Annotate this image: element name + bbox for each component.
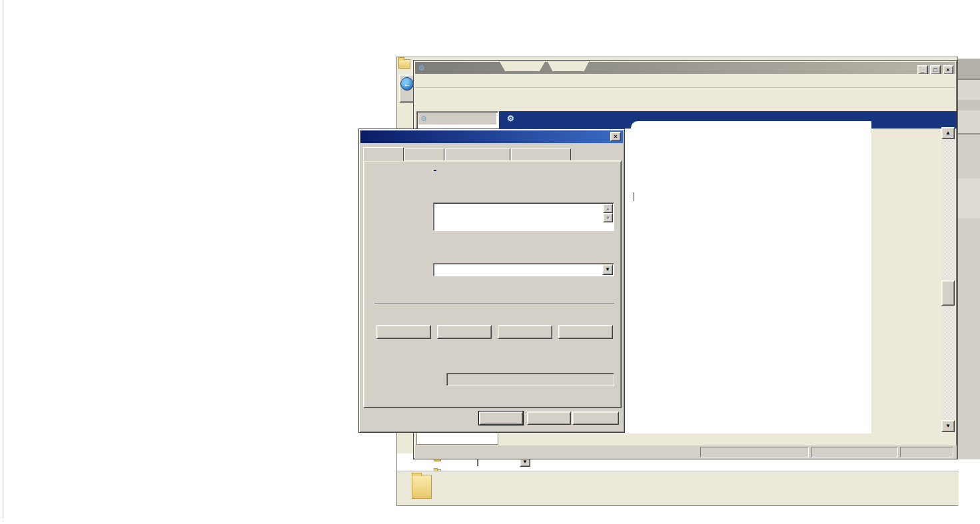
scrollbar-thumb[interactable] (941, 280, 955, 306)
dialog-title-bar[interactable]: × (360, 131, 623, 143)
uebernehmen-button[interactable] (572, 411, 619, 425)
services-gear-icon: ⚙ (507, 114, 514, 123)
menu-datei[interactable] (415, 75, 426, 81)
menu-ansicht[interactable] (440, 75, 451, 81)
toolbar (415, 88, 955, 106)
status-bar (415, 445, 957, 459)
divider (374, 303, 614, 304)
services-list[interactable]: ▲ ▼ (642, 127, 955, 425)
folder-icon (398, 59, 410, 69)
tab-panel: ▲ ▼ ▼ (363, 160, 622, 408)
close-icon[interactable]: × (943, 65, 953, 75)
tab-anmelden[interactable] (404, 148, 444, 160)
minimize-icon[interactable]: _ (917, 65, 928, 75)
list-body (642, 139, 940, 432)
text-cursor (634, 192, 634, 201)
properties-dialog[interactable]: × ▲ ▼ ▼ (358, 129, 625, 433)
close-icon[interactable]: × (610, 132, 621, 141)
tree-item-dienste-lokal[interactable]: ⚙ (418, 113, 496, 125)
scroll-up-icon[interactable]: ▲ (603, 204, 613, 213)
tab-abhaengigkeiten[interactable] (511, 148, 571, 160)
details-pane (397, 472, 959, 505)
beschreibung-box[interactable]: ▲ ▼ (433, 202, 614, 231)
menu-bar (415, 74, 955, 88)
folder-icon (412, 475, 432, 499)
back-icon: ← (400, 77, 414, 91)
ok-button[interactable] (479, 411, 523, 425)
maximize-icon[interactable]: □ (930, 65, 941, 75)
menu-hilfe[interactable] (453, 75, 464, 81)
fold-guide-line (3, 0, 3, 518)
background-window-edge (957, 59, 980, 459)
starttyp-combobox[interactable]: ▼ (433, 263, 614, 276)
tab-standard[interactable] (547, 61, 590, 72)
anhalten-button[interactable] (498, 325, 552, 339)
scroll-down-icon[interactable]: ▼ (603, 213, 613, 222)
abbrechen-button[interactable] (527, 411, 571, 425)
tab-wiederherstellung[interactable] (445, 148, 510, 160)
scrollbar[interactable]: ▲ ▼ (941, 127, 955, 432)
menu-aktion[interactable] (428, 75, 438, 81)
scroll-down-icon[interactable]: ▼ (941, 420, 955, 432)
status-panel (900, 447, 953, 457)
services-gear-icon: ⚙ (418, 64, 425, 72)
status-panel (811, 447, 898, 457)
tree-pane-footer (416, 433, 498, 445)
starten-button[interactable] (376, 325, 431, 339)
tab-allgemein[interactable] (363, 147, 404, 161)
scroll-up-icon[interactable]: ▲ (941, 127, 955, 139)
fortsetzen-button[interactable] (558, 325, 613, 339)
services-gear-icon: ⚙ (420, 115, 427, 123)
chevron-down-icon[interactable]: ▼ (602, 264, 613, 275)
services-title-bar[interactable]: ⚙ _ □ × (415, 62, 955, 74)
dienstname-value[interactable] (434, 170, 436, 171)
beenden-button[interactable] (437, 325, 492, 339)
startparameter-input[interactable] (446, 373, 614, 386)
tab-erweitert[interactable] (499, 61, 546, 72)
status-panel (700, 447, 809, 457)
